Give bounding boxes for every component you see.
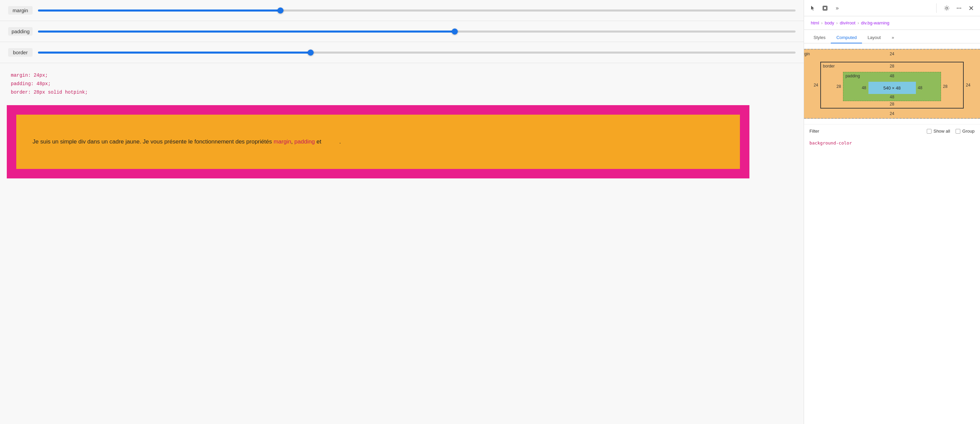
border-right-side: 28 — [941, 84, 950, 89]
box-model-diagram: margin 24 24 24 24 24 border 28 28 28 pa… — [804, 43, 980, 124]
breadcrumb-divroot[interactable]: div#root — [838, 20, 857, 26]
filter-label: Filter — [810, 129, 819, 134]
margin-slider-thumb[interactable] — [277, 8, 283, 14]
margin-right-side: 24 — [964, 83, 972, 88]
code-display: margin: 24px; padding: 48px; border: 28p… — [0, 63, 803, 105]
margin-slider-fill — [38, 10, 280, 11]
breadcrumb-sep-1: › — [821, 20, 823, 26]
preview-text: Je suis un simple div dans un cadre jaun… — [33, 137, 341, 146]
breadcrumb-html[interactable]: html — [810, 20, 821, 26]
show-all-group: Show all — [927, 129, 950, 134]
padding-bottom-value: 48 — [890, 95, 894, 99]
padding-label: padding — [8, 27, 33, 36]
margin-slider-track[interactable] — [38, 10, 795, 11]
padding-slider-thumb[interactable] — [452, 29, 458, 35]
border-code: border: 28px solid hotpink; — [11, 89, 88, 95]
group-label: Group — [963, 129, 975, 134]
border-slider-thumb[interactable] — [307, 49, 313, 56]
margin-link[interactable]: margin — [274, 139, 291, 145]
outer-box: Je suis un simple div dans un cadre jaun… — [7, 105, 749, 179]
padding-slider-section: padding — [0, 21, 803, 42]
breadcrumb: html › body › div#root › div.bg-warning — [804, 16, 980, 30]
show-all-label: Show all — [934, 129, 950, 134]
margin-slider-section: margin — [0, 0, 803, 21]
comma1: , — [291, 139, 294, 145]
border-top-value: 28 — [890, 64, 894, 69]
toolbar-separator — [936, 3, 937, 13]
preview-section: Je suis un simple div dans un cadre jaun… — [0, 105, 803, 424]
group-group: Group — [956, 129, 975, 134]
text-before: Je suis un simple div dans un cadre jaun… — [33, 139, 274, 145]
period: . — [339, 139, 341, 145]
border-code-line: border: 28px solid hotpink; — [11, 88, 793, 97]
border-slider-fill — [38, 51, 310, 54]
left-panel: margin padding border margin: 24px; padd… — [0, 0, 803, 424]
padding-slider-track[interactable] — [38, 30, 795, 33]
padding-link[interactable]: padding — [294, 139, 315, 145]
padding-left-side: 48 — [860, 86, 868, 90]
margin-code-line: margin: 24px; — [11, 71, 793, 80]
gear-icon[interactable] — [942, 3, 951, 13]
devtools-panel: » html › body › div# — [803, 0, 980, 424]
content-box: 540 × 48 — [869, 82, 916, 94]
devtools-toolbar: » — [804, 0, 980, 16]
svg-point-2 — [946, 7, 948, 9]
border-label: border — [8, 48, 33, 57]
svg-point-5 — [960, 8, 961, 8]
padding-section-label: padding — [845, 73, 860, 78]
tab-layout[interactable]: Layout — [862, 32, 886, 43]
padding-top-value: 48 — [890, 73, 894, 78]
css-property-line: background-color — [804, 138, 980, 148]
padding-box: padding 48 48 48 540 × 48 48 — [843, 72, 941, 101]
filter-section: Filter Show all Group — [804, 124, 980, 138]
box-icon[interactable] — [820, 3, 830, 13]
margin-section-label: margin — [803, 51, 810, 56]
padding-slider-fill — [38, 30, 455, 33]
filter-input[interactable] — [825, 129, 921, 134]
svg-point-3 — [957, 8, 958, 8]
breadcrumb-body[interactable]: body — [823, 20, 835, 26]
tab-computed[interactable]: Computed — [831, 32, 862, 43]
border-slider-track[interactable] — [38, 51, 795, 54]
chevron-right-icon[interactable]: » — [832, 3, 842, 13]
show-all-checkbox[interactable] — [927, 129, 932, 134]
inner-box: Je suis un simple div dans un cadre jaun… — [16, 115, 740, 169]
border-bottom-value: 28 — [890, 102, 894, 107]
margin-left-side: 24 — [811, 83, 820, 88]
margin-box: margin 24 24 24 24 24 border 28 28 28 pa… — [803, 49, 980, 119]
text-and: et — [315, 139, 323, 145]
diagram-center-row: 24 border 28 28 28 padding 48 48 48 — [811, 62, 972, 108]
border-slider-section: border — [0, 42, 803, 63]
close-icon[interactable] — [966, 3, 976, 13]
padding-center-row: 48 540 × 48 48 — [860, 82, 924, 94]
breadcrumb-sep-2: › — [835, 20, 838, 26]
tab-styles[interactable]: Styles — [808, 32, 831, 43]
border-section-label: border — [823, 64, 835, 69]
breadcrumb-divbgwarning[interactable]: div.bg-warning — [860, 20, 891, 26]
svg-point-4 — [959, 8, 960, 8]
dots-icon[interactable] — [954, 3, 964, 13]
margin-label: margin — [8, 6, 33, 14]
devtools-tabs: Styles Computed Layout » — [804, 30, 980, 43]
margin-bottom-value: 24 — [890, 111, 894, 116]
border-link[interactable]: border — [323, 139, 339, 145]
tab-more[interactable]: » — [886, 32, 899, 43]
border-center-row: 28 padding 48 48 48 540 × 48 48 28 — [835, 72, 950, 101]
padding-code: padding: 48px; — [11, 81, 51, 86]
cursor-icon[interactable] — [808, 3, 818, 13]
padding-right-side: 48 — [916, 86, 924, 90]
margin-code: margin: 24px; — [11, 73, 48, 78]
border-box: border 28 28 28 padding 48 48 48 540 × 4… — [820, 62, 964, 108]
breadcrumb-sep-3: › — [857, 20, 860, 26]
group-checkbox[interactable] — [956, 129, 960, 134]
border-left-side: 28 — [835, 84, 843, 89]
margin-top-value: 24 — [890, 51, 894, 56]
padding-code-line: padding: 48px; — [11, 80, 793, 88]
svg-rect-1 — [824, 7, 826, 10]
